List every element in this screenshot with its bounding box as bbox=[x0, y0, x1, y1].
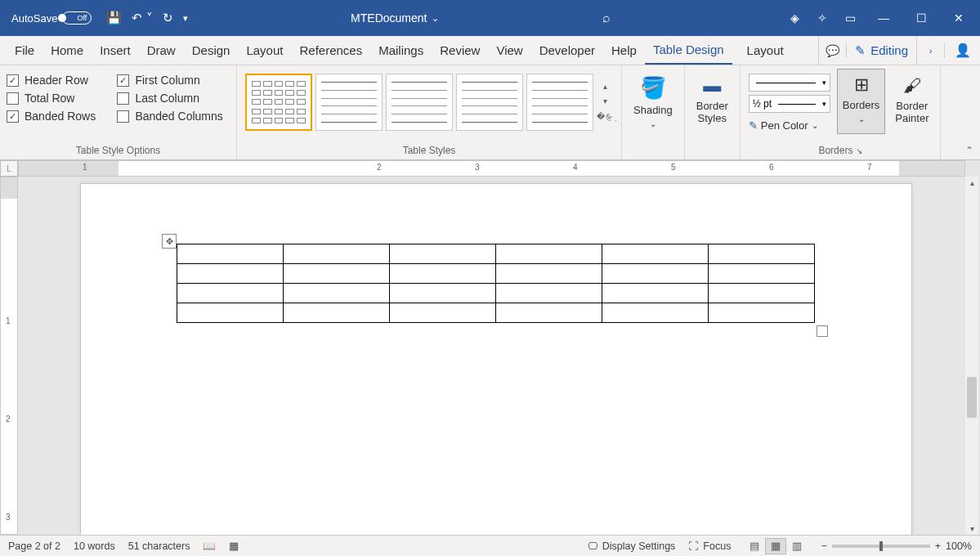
tab-table-layout[interactable]: Layout bbox=[732, 36, 799, 65]
zoom-in-button[interactable]: + bbox=[935, 540, 941, 552]
editing-mode-button[interactable]: ✎ Editing bbox=[846, 43, 916, 58]
print-layout-icon[interactable]: ▦ bbox=[765, 538, 786, 554]
ribbon-display-icon[interactable]: ▭ bbox=[845, 11, 856, 25]
group-shading: 🪣 Shading ⌄ bbox=[622, 65, 685, 159]
table-style-swatch-2[interactable] bbox=[315, 74, 383, 131]
zoom-level[interactable]: 100% bbox=[946, 540, 972, 552]
check-header-row[interactable]: Header Row bbox=[7, 74, 102, 87]
tab-view[interactable]: View bbox=[488, 36, 530, 65]
tab-home[interactable]: Home bbox=[43, 36, 92, 65]
tab-file[interactable]: File bbox=[0, 36, 43, 65]
tab-insert[interactable]: Insert bbox=[92, 36, 139, 65]
sparkle-icon[interactable]: ✧ bbox=[817, 11, 827, 25]
autosave-switch[interactable]: Off bbox=[62, 11, 92, 25]
view-buttons: ▤ ▦ ▥ bbox=[744, 538, 808, 554]
share-button[interactable]: 👤 bbox=[944, 43, 980, 58]
tab-review[interactable]: Review bbox=[432, 36, 488, 65]
undo-icon[interactable]: ↶ ˅ bbox=[132, 11, 152, 25]
tab-table-design[interactable]: Table Design bbox=[645, 36, 732, 65]
tab-draw[interactable]: Draw bbox=[139, 36, 184, 65]
scrollbar-thumb[interactable] bbox=[967, 377, 977, 418]
vertical-scrollbar[interactable]: ▴ ▾ bbox=[965, 177, 978, 535]
tab-mailings[interactable]: Mailings bbox=[370, 36, 432, 65]
focus-button[interactable]: ⛶Focus bbox=[688, 540, 731, 552]
vertical-ruler[interactable]: 1 2 3 bbox=[0, 177, 18, 535]
document-table[interactable] bbox=[177, 244, 815, 323]
table-styles-more[interactable]: ▴▾�をִ bbox=[597, 74, 613, 131]
table-resize-handle-icon[interactable] bbox=[817, 325, 828, 337]
border-styles-button[interactable]: ▬ Border Styles bbox=[691, 69, 733, 124]
horizontal-ruler[interactable]: 1 2 3 4 5 6 7 bbox=[18, 160, 965, 177]
ruler-row: L 1 2 3 4 5 6 7 bbox=[0, 160, 980, 177]
border-painter-icon: 🖌 bbox=[903, 75, 921, 96]
word-count[interactable]: 10 words bbox=[74, 540, 115, 552]
check-banded-columns[interactable]: Banded Columns bbox=[117, 110, 230, 123]
table-style-swatch-4[interactable] bbox=[456, 74, 523, 131]
scroll-down-icon[interactable]: ▾ bbox=[969, 522, 976, 535]
dialog-launcher-icon[interactable]: ↘ bbox=[856, 146, 862, 155]
comments-button[interactable]: 💬 bbox=[818, 36, 846, 65]
shading-button[interactable]: 🪣 Shading ⌄ bbox=[629, 69, 678, 128]
ruler-corner[interactable]: L bbox=[0, 160, 18, 177]
checkbox-icon bbox=[117, 92, 129, 105]
chevron-down-icon[interactable]: ⌄ bbox=[432, 13, 439, 24]
canvas[interactable]: ✥ ▴ ▾ bbox=[18, 177, 980, 535]
page[interactable] bbox=[80, 183, 912, 535]
minimize-button[interactable]: — bbox=[874, 11, 893, 25]
char-count[interactable]: 51 characters bbox=[128, 540, 190, 552]
shading-label: Shading bbox=[633, 104, 673, 116]
read-mode-icon[interactable]: ▤ bbox=[744, 538, 765, 554]
close-button[interactable]: ✕ bbox=[949, 11, 969, 25]
macro-icon[interactable]: ▦ bbox=[229, 540, 239, 552]
tab-help[interactable]: Help bbox=[603, 36, 645, 65]
tab-developer[interactable]: Developer bbox=[531, 36, 603, 65]
check-last-column[interactable]: Last Column bbox=[117, 92, 230, 105]
redo-icon[interactable]: ↻ bbox=[163, 11, 173, 25]
borders-icon: ⊞ bbox=[854, 74, 869, 96]
tab-layout[interactable]: Layout bbox=[238, 36, 291, 65]
group-label: Table Styles bbox=[244, 142, 615, 159]
table-row bbox=[177, 284, 815, 303]
autosave-toggle[interactable]: AutoSave Off bbox=[11, 11, 92, 25]
collapse-ribbon-icon[interactable]: ⌃ bbox=[965, 145, 973, 156]
borders-label: Borders bbox=[843, 99, 880, 111]
zoom-out-button[interactable]: − bbox=[821, 540, 826, 552]
table-styles-gallery: ▴▾�をִ bbox=[244, 69, 615, 131]
group-label: Table Style Options bbox=[7, 142, 230, 159]
line-style-dropdown[interactable]: ▾ bbox=[749, 74, 830, 92]
document-title[interactable]: MTEDocument ⌄ bbox=[188, 11, 602, 25]
quick-access-toolbar: 💾 ↶ ˅ ↻ ▾ bbox=[106, 11, 187, 25]
search-icon[interactable]: ⌕ bbox=[602, 11, 611, 25]
borders-button[interactable]: ⊞ Borders ⌄ bbox=[837, 69, 886, 134]
border-styles-icon: ▬ bbox=[703, 75, 721, 96]
check-banded-rows[interactable]: Banded Rows bbox=[7, 110, 102, 123]
spellcheck-icon[interactable]: 📖 bbox=[203, 540, 216, 552]
table-move-handle-icon[interactable]: ✥ bbox=[162, 234, 177, 249]
checkbox-icon bbox=[117, 110, 129, 123]
line-weight-dropdown[interactable]: ½ pt▾ bbox=[749, 95, 830, 113]
maximize-button[interactable]: ☐ bbox=[911, 11, 931, 25]
save-icon[interactable]: 💾 bbox=[106, 11, 122, 25]
checkbox-icon bbox=[7, 92, 19, 105]
focus-icon: ⛶ bbox=[688, 540, 699, 552]
pen-color-button[interactable]: ✎ Pen Color ⌄ bbox=[749, 116, 830, 134]
border-painter-button[interactable]: 🖌 Border Painter bbox=[890, 69, 933, 134]
title-bar: AutoSave Off 💾 ↶ ˅ ↻ ▾ MTEDocument ⌄ ⌕ ◈… bbox=[0, 0, 980, 36]
check-total-row[interactable]: Total Row bbox=[7, 92, 102, 105]
tab-design[interactable]: Design bbox=[184, 36, 239, 65]
scroll-up-icon[interactable]: ▴ bbox=[969, 177, 976, 189]
tab-references[interactable]: References bbox=[291, 36, 370, 65]
more-button[interactable]: › bbox=[916, 36, 944, 65]
display-settings-button[interactable]: 🖵Display Settings bbox=[588, 540, 676, 552]
table-style-swatch-5[interactable] bbox=[526, 74, 593, 131]
check-first-column[interactable]: First Column bbox=[117, 74, 230, 87]
web-layout-icon[interactable]: ▥ bbox=[786, 538, 808, 554]
zoom-slider[interactable] bbox=[832, 545, 930, 548]
table-style-swatch-1[interactable] bbox=[245, 74, 312, 131]
zoom-controls: − + 100% bbox=[821, 540, 972, 552]
table-style-swatch-3[interactable] bbox=[386, 74, 453, 131]
page-indicator[interactable]: Page 2 of 2 bbox=[8, 540, 60, 552]
checkbox-icon bbox=[117, 74, 129, 87]
diamond-icon[interactable]: ◈ bbox=[790, 11, 799, 25]
window-controls: ◈ ✧ ▭ — ☐ ✕ bbox=[790, 11, 969, 25]
